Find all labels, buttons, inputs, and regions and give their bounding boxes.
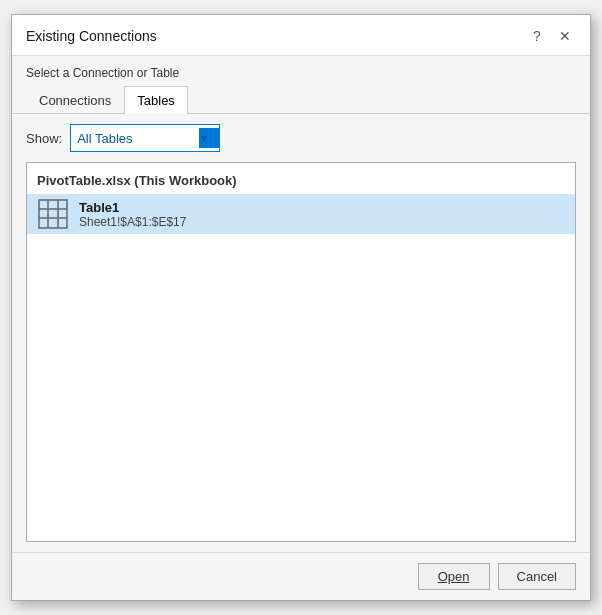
cancel-button-label: Cancel [517,569,557,584]
table-grid-icon [37,198,69,230]
title-bar: Existing Connections ? ✕ [12,15,590,56]
show-dropdown[interactable]: All Tables ▼ [70,124,220,152]
open-button-label: Open [438,569,470,584]
table-list[interactable]: PivotTable.xlsx (This Workbook) Table1 S… [26,162,576,542]
dialog-title: Existing Connections [26,28,157,44]
show-label: Show: [26,131,62,146]
workbook-label: PivotTable.xlsx (This Workbook) [27,169,575,194]
dialog-subtitle: Select a Connection or Table [12,56,590,86]
dialog-footer: Open Cancel [12,552,590,600]
table-item-range: Sheet1!$A$1:$E$17 [79,215,186,229]
question-icon: ? [533,28,541,44]
table-item-info: Table1 Sheet1!$A$1:$E$17 [79,200,186,229]
cancel-button[interactable]: Cancel [498,563,576,590]
close-button[interactable]: ✕ [554,25,576,47]
title-bar-icons: ? ✕ [526,25,576,47]
close-icon: ✕ [559,28,571,44]
show-selected-value: All Tables [77,131,195,146]
table-item-name: Table1 [79,200,186,215]
tab-connections[interactable]: Connections [26,86,124,114]
tabs-row: Connections Tables [12,86,590,114]
open-button[interactable]: Open [418,563,490,590]
svg-rect-0 [39,200,67,228]
list-item[interactable]: Table1 Sheet1!$A$1:$E$17 [27,194,575,234]
help-button[interactable]: ? [526,25,548,47]
tab-tables[interactable]: Tables [124,86,188,114]
existing-connections-dialog: Existing Connections ? ✕ Select a Connec… [11,14,591,601]
dropdown-arrow-icon: ▼ [199,128,219,148]
show-row: Show: All Tables ▼ [26,124,576,152]
body-area: Show: All Tables ▼ PivotTable.xlsx (This… [12,114,590,552]
